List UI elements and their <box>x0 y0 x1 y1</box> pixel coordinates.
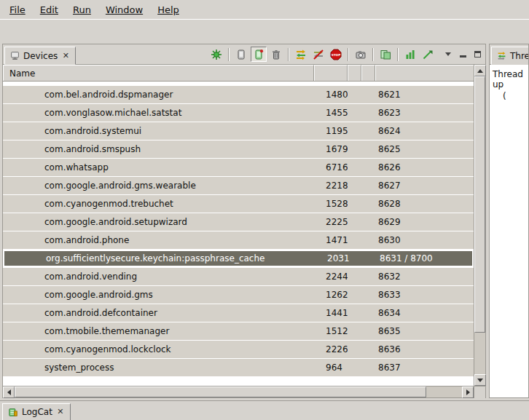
process-name: com.vonglasow.michael.satstat <box>3 108 314 118</box>
scrollbar-corner <box>474 387 485 398</box>
table-row[interactable]: system_process9648637 <box>3 359 474 376</box>
table-row[interactable]: com.google.android.gms126238633 <box>3 286 474 304</box>
update-heap-on-icon[interactable] <box>251 47 267 62</box>
svg-text:STOP: STOP <box>332 53 341 57</box>
table-row[interactable]: com.android.phone14718630 <box>3 231 474 249</box>
process-pid: 22440 <box>314 272 348 282</box>
column-header-port[interactable] <box>375 65 474 81</box>
logcat-tab-icon <box>8 408 18 417</box>
table-row[interactable]: com.cyanogenmod.trebuchet15288628 <box>3 195 474 213</box>
screen-capture-icon[interactable] <box>353 47 369 62</box>
main-toolbar <box>0 19 529 44</box>
table-row[interactable]: org.sufficientlysecure.keychain:passphra… <box>3 250 474 267</box>
process-table: Name com.bel.android.dspmanager14808621c… <box>3 65 485 386</box>
table-row[interactable]: com.vonglasow.michael.satstat145538623 <box>3 104 474 122</box>
horizontal-scroll-thumb[interactable] <box>15 387 426 397</box>
process-port: 8623 <box>375 108 474 118</box>
threads-tab-icon <box>497 51 506 60</box>
table-row[interactable]: com.android.smspush16798625 <box>3 140 474 158</box>
tab-devices[interactable]: Devices ✕ <box>4 47 76 65</box>
tab-threads[interactable]: Threads <box>491 47 529 65</box>
table-row[interactable]: com.android.systemui11958624 <box>3 122 474 140</box>
scroll-down-button[interactable] <box>474 374 486 386</box>
devices-toolbar: STOP <box>208 47 482 62</box>
process-name: com.google.android.gms <box>3 290 314 300</box>
process-port: 8628 <box>375 199 474 209</box>
process-name: com.google.android.setupwizard <box>3 217 314 227</box>
cause-gc-icon[interactable] <box>268 47 284 62</box>
column-header-pid[interactable] <box>314 65 348 81</box>
scroll-up-button[interactable] <box>474 65 486 76</box>
table-row[interactable]: com.tmobile.thememanager15128635 <box>3 322 474 340</box>
table-row[interactable]: com.whatsapp67168626 <box>3 159 474 176</box>
process-port: 8636 <box>375 344 474 354</box>
table-row[interactable]: com.android.defcontainer144118634 <box>3 304 474 322</box>
menu-edit[interactable]: Edit <box>34 2 65 17</box>
tab-logcat[interactable]: LogCat ✕ <box>2 403 71 420</box>
scroll-right-button[interactable] <box>462 387 474 398</box>
toolbar-separator <box>372 48 374 61</box>
process-table-main: Name com.bel.android.dspmanager14808621c… <box>3 65 474 386</box>
process-port: 8637 <box>375 362 474 373</box>
process-pid: 14553 <box>314 108 348 118</box>
table-row[interactable]: com.google.android.setupwizard222508629 <box>3 213 474 231</box>
workspace: Devices ✕ <box>0 44 529 398</box>
update-threads-icon[interactable] <box>293 47 309 62</box>
table-header: Name <box>3 65 474 82</box>
process-pid: 22185 <box>314 181 348 191</box>
stop-process-icon[interactable]: STOP <box>328 47 344 62</box>
menu-run[interactable]: Run <box>66 2 98 17</box>
process-name: com.google.android.gms.wearable <box>3 181 314 191</box>
view-menu-icon[interactable] <box>443 47 453 62</box>
table-row[interactable]: com.android.vending224408632 <box>3 268 474 285</box>
vertical-scroll-track[interactable] <box>474 76 485 374</box>
process-name: org.sufficientlysecure.keychain:passphra… <box>4 253 316 264</box>
menu-window[interactable]: Window <box>99 2 149 17</box>
logcat-bar: LogCat ✕ <box>0 400 529 420</box>
screens-icon[interactable] <box>377 47 393 62</box>
table-row[interactable]: com.cyanogenmod.lockclock222658636 <box>3 341 474 358</box>
process-port: 8625 <box>375 144 474 154</box>
toolbar-separator <box>228 48 230 61</box>
process-port: 8626 <box>375 162 474 173</box>
dump-hprof-icon[interactable] <box>402 47 418 62</box>
close-icon[interactable]: ✕ <box>56 408 65 416</box>
process-port: 8621 <box>375 90 474 100</box>
close-icon[interactable]: ✕ <box>61 52 70 60</box>
table-row[interactable]: com.google.android.gms.wearable221858627 <box>3 177 474 194</box>
method-profiling-icon[interactable] <box>420 47 436 62</box>
stop-threads-icon[interactable] <box>310 47 326 62</box>
menu-help[interactable]: Help <box>151 2 186 17</box>
column-header-name[interactable]: Name <box>3 65 314 81</box>
threads-tab-label: Threads <box>510 51 529 61</box>
column-header-2[interactable] <box>348 65 361 81</box>
process-pid: 1471 <box>314 235 348 245</box>
menu-file[interactable]: File <box>3 2 32 17</box>
column-header-3[interactable] <box>361 65 375 81</box>
threads-panel: Threads Thread up ( <box>489 44 529 398</box>
threads-tabbar: Threads <box>490 44 528 65</box>
process-name: com.android.phone <box>3 235 314 245</box>
process-table-body: com.bel.android.dspmanager14808621com.vo… <box>3 82 474 386</box>
debug-process-icon[interactable] <box>208 47 224 62</box>
horizontal-scroll-track[interactable] <box>15 387 462 397</box>
logcat-tab-label: LogCat <box>22 407 52 417</box>
process-pid: 22250 <box>314 217 348 227</box>
process-pid: 964 <box>314 362 348 373</box>
process-name: com.android.vending <box>3 272 314 282</box>
process-pid: 22265 <box>314 344 348 354</box>
process-port: 8633 <box>375 290 474 300</box>
toolbar-separator <box>288 48 289 61</box>
process-pid: 1480 <box>314 90 348 100</box>
maximize-icon[interactable] <box>472 47 482 62</box>
vertical-scrollbar[interactable] <box>474 65 485 386</box>
scroll-left-button[interactable] <box>3 387 15 398</box>
vertical-scroll-thumb[interactable] <box>474 76 485 333</box>
horizontal-scrollbar[interactable] <box>3 386 485 397</box>
process-port: 8631 / 8700 <box>377 253 472 264</box>
process-name: com.android.defcontainer <box>3 308 314 318</box>
update-heap-icon[interactable] <box>233 47 249 62</box>
table-row[interactable]: com.bel.android.dspmanager14808621 <box>3 86 474 103</box>
process-name: com.android.systemui <box>3 126 314 136</box>
minimize-icon[interactable] <box>458 47 468 62</box>
